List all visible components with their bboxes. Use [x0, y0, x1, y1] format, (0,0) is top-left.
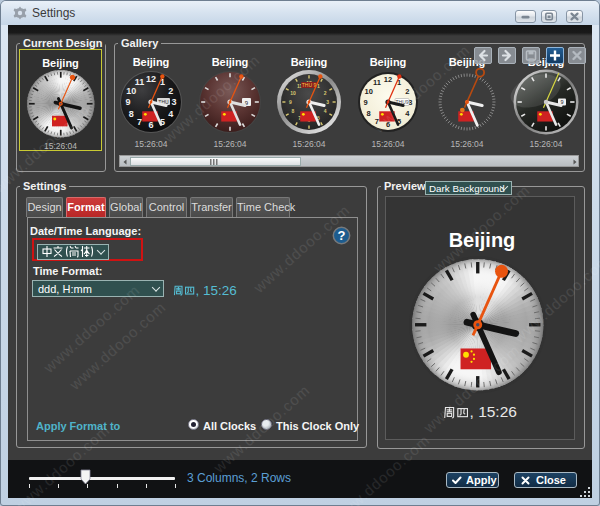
svg-text:6: 6: [148, 120, 153, 130]
svg-text:, 15:26: , 15:26: [195, 285, 236, 297]
svg-text:, 15:26: , 15:26: [469, 406, 516, 420]
svg-text:7: 7: [375, 117, 379, 126]
svg-text:12: 12: [384, 75, 392, 84]
svg-text:11: 11: [373, 78, 381, 87]
svg-text:3: 3: [171, 97, 176, 107]
svg-text:8: 8: [129, 109, 134, 119]
svg-text:10: 10: [290, 90, 296, 96]
svg-text:4: 4: [324, 108, 327, 114]
svg-text:9: 9: [364, 98, 368, 107]
svg-text:10: 10: [364, 87, 372, 96]
svg-text:2: 2: [405, 87, 409, 96]
svg-text:4: 4: [168, 109, 173, 119]
svg-text:7: 7: [137, 117, 142, 127]
svg-text:THU 9: THU 9: [302, 82, 317, 88]
svg-text:2: 2: [168, 86, 173, 96]
svg-text:9: 9: [126, 97, 131, 107]
svg-text:3: 3: [326, 99, 329, 105]
svg-text:11: 11: [135, 77, 145, 87]
svg-text:2: 2: [324, 90, 327, 96]
svg-text:8: 8: [367, 109, 371, 118]
svg-text:8: 8: [292, 108, 295, 114]
svg-text:9: 9: [289, 99, 292, 105]
svg-text:12: 12: [146, 74, 156, 84]
svg-text:?: ?: [338, 228, 346, 243]
